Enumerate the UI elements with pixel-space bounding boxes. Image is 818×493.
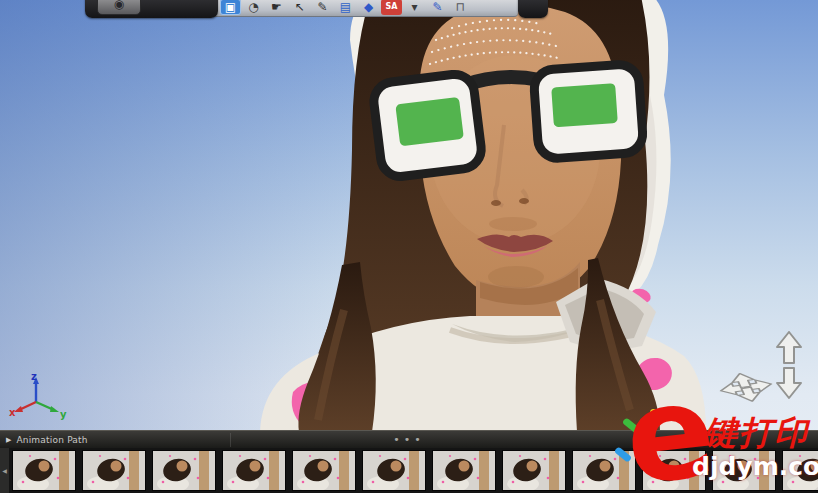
toolbar-icon-row: ▣◔☛↖✎▤◆SA▾✎⊓ (212, 0, 518, 17)
bar-divider (230, 433, 231, 447)
comment-tool-icon[interactable]: ▤ (335, 0, 356, 15)
thumbnail-10[interactable] (642, 450, 706, 491)
thumbnail-11[interactable] (712, 450, 776, 491)
axis-y-label: y (60, 409, 67, 420)
move-up-arrow-icon (777, 332, 801, 363)
thumbnail-5[interactable] (292, 450, 356, 491)
thumbnail-1[interactable] (12, 450, 76, 491)
thumbnail-9[interactable] (572, 450, 636, 491)
clamp-tool-icon[interactable]: ⊓ (450, 0, 471, 15)
rotate-tool-icon[interactable]: ◔ (243, 0, 264, 15)
image-tool-icon[interactable]: ▣ (220, 0, 241, 15)
thumbnail-4[interactable] (222, 450, 286, 491)
animation-path-bar: ▶ Animation Path ••• (0, 430, 818, 448)
axis-x-label: x (9, 407, 16, 418)
camera-icon[interactable]: ◉ (97, 0, 141, 15)
pan-plane-arrows-icon (716, 370, 778, 405)
toolbar-end-cap (518, 0, 548, 18)
axis-z-label: z (31, 371, 37, 382)
thumbnail-7[interactable] (432, 450, 496, 491)
brush-tool-icon[interactable]: ✎ (427, 0, 448, 15)
more-tools-icon[interactable]: ▾ (404, 0, 425, 15)
thumbnail-12[interactable] (782, 450, 818, 491)
marker-tool-icon[interactable]: ✎ (312, 0, 333, 15)
thumbnail-8[interactable] (502, 450, 566, 491)
animation-path-label[interactable]: Animation Path (16, 435, 87, 445)
thumbnail-6[interactable] (362, 450, 426, 491)
filmstrip-track (9, 448, 818, 491)
filmstrip: ◀ (0, 448, 818, 493)
sa-badge-icon[interactable]: SA (381, 0, 402, 15)
expander-triangle-icon[interactable]: ▶ (6, 436, 11, 444)
thumbnail-3[interactable] (152, 450, 216, 491)
pan-hand-icon[interactable]: ☛ (266, 0, 287, 15)
thumbnail-2[interactable] (82, 450, 146, 491)
viewport-3d-model[interactable] (0, 0, 818, 493)
scroll-left-icon[interactable]: ◀ (0, 448, 9, 493)
axis-gizmo: z x y (8, 370, 70, 422)
app-window: ◉ ▣◔☛↖✎▤◆SA▾✎⊓ z x y ▶ Animation Path (0, 0, 818, 493)
drag-handle-dots[interactable]: ••• (0, 431, 818, 448)
pan-zoom-arrows[interactable] (716, 330, 812, 418)
toolbar-dark-tab: ◉ (85, 0, 218, 18)
gem-tool-icon[interactable]: ◆ (358, 0, 379, 15)
cursor-annotate-icon[interactable]: ↖ (289, 0, 310, 15)
move-down-arrow-icon (777, 368, 801, 398)
